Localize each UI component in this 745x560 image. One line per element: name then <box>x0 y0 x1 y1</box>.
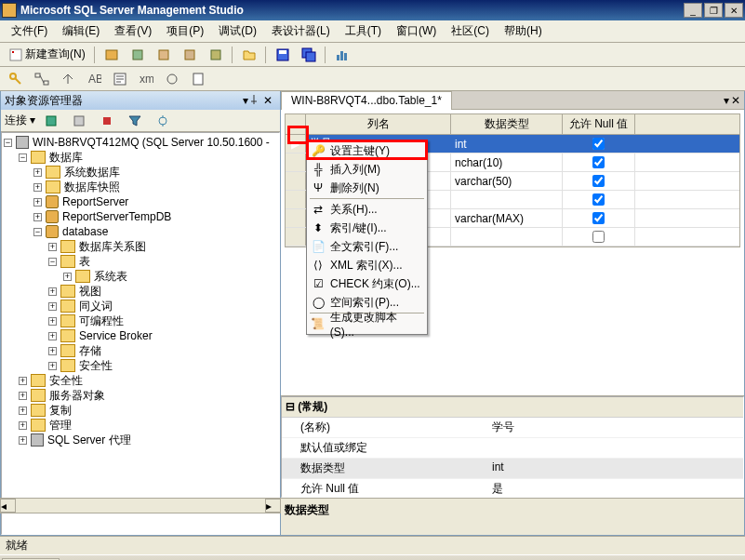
menu-debug[interactable]: 调试(D) <box>211 21 264 41</box>
ctx-insert-column[interactable]: ╬插入列(M) <box>308 160 426 179</box>
refresh-icon-btn[interactable] <box>151 111 175 131</box>
folder-icon <box>46 166 60 179</box>
tree-db-security[interactable]: +安全性 <box>4 358 277 373</box>
allow-null-checkbox[interactable] <box>592 175 605 187</box>
cell-allownull[interactable] <box>563 135 635 153</box>
tb-key-btn[interactable] <box>4 69 28 89</box>
ctx-delete-column[interactable]: Ψ删除列(N) <box>308 179 426 197</box>
cell-datatype[interactable]: int <box>451 135 563 153</box>
ctx-relationships[interactable]: ⇄关系(H)... <box>308 200 426 219</box>
grid-header-colname[interactable]: 列名 <box>306 114 451 134</box>
tree-security[interactable]: +安全性 <box>4 373 277 388</box>
ctx-set-primary-key[interactable]: 🔑设置主键(Y) <box>308 141 426 160</box>
tool-db-engine-btn[interactable] <box>100 45 124 65</box>
ctx-fulltext[interactable]: 📄全文索引(F)... <box>308 237 426 256</box>
menu-table-designer[interactable]: 表设计器(L) <box>264 21 338 41</box>
tree-sys-db[interactable]: +系统数据库 <box>4 165 277 180</box>
panel-close-icon[interactable]: ✕ <box>263 94 276 107</box>
tree-report-server-temp[interactable]: +ReportServerTempDB <box>4 209 277 224</box>
allow-null-checkbox[interactable] <box>592 138 605 150</box>
tool-xmla-btn[interactable] <box>204 45 228 65</box>
ctx-check[interactable]: ☑CHECK 约束(O)... <box>308 274 426 293</box>
menu-community[interactable]: 社区(C) <box>444 21 497 41</box>
tool-mdx-btn[interactable] <box>152 45 176 65</box>
tree-sql-agent[interactable]: +SQL Server 代理 <box>4 433 277 447</box>
tree-sys-tables[interactable]: +系统表 <box>4 269 277 284</box>
script-icon <box>191 72 206 87</box>
allow-null-checkbox[interactable] <box>592 212 605 224</box>
disconnect-icon-btn[interactable] <box>67 111 91 131</box>
tool-analysis-btn[interactable] <box>126 45 150 65</box>
tree-server-objects[interactable]: +服务器对象 <box>4 388 277 403</box>
ctx-xml-index[interactable]: ⟨⟩XML 索引(X)... <box>308 256 426 274</box>
menu-edit[interactable]: 编辑(E) <box>55 21 107 41</box>
menu-window[interactable]: 窗口(W) <box>389 21 444 41</box>
save-button[interactable] <box>271 45 295 65</box>
pin-icon[interactable] <box>248 94 261 107</box>
menu-view[interactable]: 查看(V) <box>107 21 159 41</box>
allow-null-checkbox[interactable] <box>592 156 605 168</box>
open-file-button[interactable] <box>237 45 261 65</box>
tb-fulltext-btn[interactable] <box>108 69 132 89</box>
ctx-indexes[interactable]: ⬍索引/键(I)... <box>308 219 426 237</box>
tab-dropdown-icon[interactable]: ▾ <box>724 94 729 107</box>
scroll-right-icon[interactable]: ▸ <box>265 499 281 513</box>
tree-db-snapshot[interactable]: +数据库快照 <box>4 180 277 194</box>
tb-xml-btn[interactable]: xml <box>134 69 158 89</box>
save-all-button[interactable] <box>297 45 321 65</box>
menu-file[interactable]: 文件(F) <box>4 21 55 41</box>
grid-header-allownull[interactable]: 允许 Null 值 <box>563 114 635 134</box>
row-selector-icon[interactable]: ▶ <box>286 135 306 153</box>
document-tab[interactable]: WIN-B8RVQT4...dbo.Table_1* <box>281 91 452 110</box>
tab-close-icon[interactable]: ✕ <box>731 94 740 107</box>
prop-cat-general[interactable]: ⊟ (常规) <box>282 397 743 418</box>
tree-database[interactable]: −database <box>4 224 277 239</box>
tree-server-root[interactable]: −WIN-B8RVQT412MQ (SQL Server 10.50.1600 … <box>4 135 277 150</box>
allow-null-checkbox[interactable] <box>592 193 605 206</box>
tree-replication[interactable]: +复制 <box>4 403 277 418</box>
new-query-button[interactable]: 新建查询(N) <box>4 45 90 65</box>
tree-synonyms[interactable]: +同义词 <box>4 299 277 313</box>
tree-storage[interactable]: +存储 <box>4 343 277 358</box>
scroll-left-icon[interactable]: ◂ <box>0 499 16 513</box>
prop-row-default[interactable]: 默认值或绑定 <box>282 438 743 459</box>
folder-icon <box>31 151 46 164</box>
horizontal-scrollbar[interactable]: ◂ ▸ <box>0 498 281 513</box>
tree-management[interactable]: +管理 <box>4 418 277 433</box>
restore-button[interactable]: ❐ <box>704 3 723 18</box>
grid-header-datatype[interactable]: 数据类型 <box>451 114 563 134</box>
activity-monitor-button[interactable] <box>330 45 354 65</box>
tb-spatial-btn[interactable] <box>160 69 184 89</box>
tb-check-btn[interactable]: AB <box>82 69 106 89</box>
explorer-title: 对象资源管理器 <box>5 93 243 109</box>
tree-db-diagram[interactable]: +数据库关系图 <box>4 239 277 254</box>
connect-dropdown[interactable]: 连接 ▾ <box>5 113 35 128</box>
tb-rel-btn[interactable] <box>30 69 54 89</box>
tree-programmability[interactable]: +可编程性 <box>4 313 277 328</box>
minimize-button[interactable]: _ <box>684 3 702 18</box>
object-tree[interactable]: −WIN-B8RVQT412MQ (SQL Server 10.50.1600 … <box>1 132 280 535</box>
tree-service-broker[interactable]: +Service Broker <box>4 328 277 343</box>
menu-project[interactable]: 项目(P) <box>159 21 211 41</box>
menu-tools[interactable]: 工具(T) <box>338 21 389 41</box>
close-button[interactable]: ✕ <box>725 3 743 18</box>
tb-script-btn[interactable] <box>186 69 210 89</box>
connect-icon-btn[interactable] <box>39 111 63 131</box>
stop-icon-btn[interactable] <box>95 111 119 131</box>
menu-help[interactable]: 帮助(H) <box>497 21 550 41</box>
folder-icon <box>31 419 46 432</box>
tool-dmx-btn[interactable] <box>178 45 202 65</box>
property-grid[interactable]: ⊟ (常规) (名称)学号 默认值或绑定 数据类型int 允许 Null 值是 … <box>281 396 744 498</box>
tree-databases[interactable]: −数据库 <box>4 150 277 165</box>
allow-null-checkbox[interactable] <box>592 231 605 243</box>
tree-tables[interactable]: −表 <box>4 254 277 269</box>
ctx-generate-script[interactable]: 📜生成更改脚本(S)... <box>308 314 426 333</box>
tree-views[interactable]: +视图 <box>4 284 277 299</box>
prop-row-name[interactable]: (名称)学号 <box>282 418 743 438</box>
tb-index-btn[interactable] <box>56 69 80 89</box>
prop-row-type[interactable]: 数据类型int <box>282 459 743 479</box>
relation-icon: ⇄ <box>310 202 326 217</box>
filter-icon-btn[interactable] <box>123 111 147 131</box>
tree-report-server[interactable]: +ReportServer <box>4 194 277 209</box>
prop-row-null[interactable]: 允许 Null 值是 <box>282 479 743 498</box>
